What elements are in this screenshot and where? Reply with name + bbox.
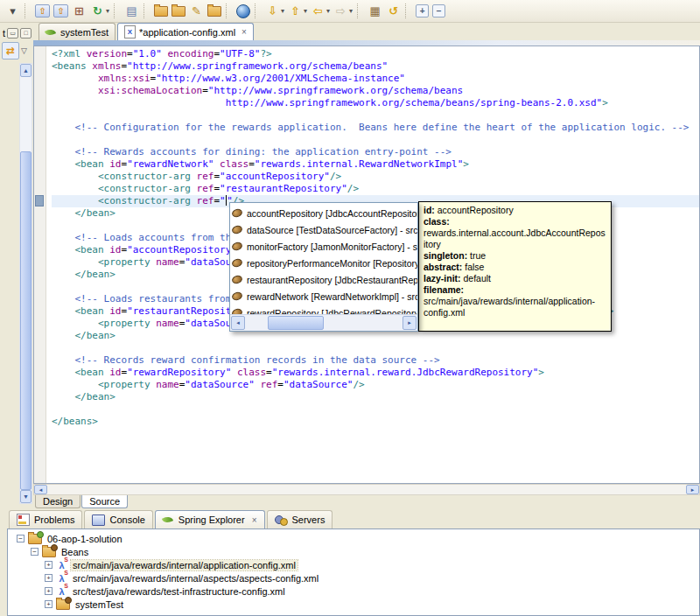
code-line[interactable]: <bean id="rewardNetwork" class="rewards.… — [52, 158, 699, 171]
view-menu-icon[interactable]: ▽ — [21, 46, 27, 55]
code-line[interactable]: <constructor-arg ref="restaurantReposito… — [52, 183, 699, 195]
synchronize-button[interactable]: ↺ — [384, 2, 402, 21]
code-line[interactable]: xmlns:xsi="http://www.w3.org/2001/XMLSch… — [52, 73, 699, 85]
open-resource-button[interactable] — [206, 2, 223, 21]
close-icon[interactable]: × — [252, 515, 257, 525]
editor-tab--application-config-xml[interactable]: *application-config.xml× — [117, 23, 254, 40]
code-line[interactable]: <beans xmlns="http://www.springframework… — [52, 60, 699, 73]
code-line[interactable] — [52, 109, 699, 122]
beans-tree: −06-aop-1-solution−Beans+src/main/java/r… — [8, 532, 699, 611]
code-line[interactable]: <!-- Rewards accounts for dining: the ap… — [52, 146, 699, 158]
tree-row[interactable]: −06-aop-1-solution — [8, 532, 699, 545]
expand-icon[interactable]: + — [45, 561, 52, 569]
scroll-left-icon[interactable]: ◂ — [34, 485, 47, 494]
code-token: "accountRepository" — [127, 244, 237, 256]
forward-button[interactable]: ⇨▾ — [332, 2, 354, 21]
tree-row[interactable]: +src/main/java/rewards/internal/applicat… — [8, 558, 699, 571]
tree-row[interactable]: +systemTest — [8, 598, 699, 611]
completion-item[interactable]: accountRepository [JdbcAccountRepository… — [232, 205, 417, 221]
bean-icon — [231, 224, 243, 234]
completion-item[interactable]: monitorFactory [JamonMonitorFactory] - s… — [232, 238, 417, 255]
project-icon — [28, 534, 42, 544]
code-line[interactable]: </beans> — [52, 416, 699, 428]
expand-icon[interactable]: + — [45, 587, 52, 595]
scroll-right-icon[interactable]: ▸ — [686, 485, 699, 494]
completion-item[interactable]: rewardNetwork [RewardNetworkImpl] - src/… — [232, 288, 417, 304]
code-line[interactable]: <constructor-arg ref="accountRepository"… — [52, 171, 699, 183]
collapse-icon[interactable]: − — [17, 535, 24, 542]
code-line[interactable]: http://www.springframework.org/schema/be… — [52, 97, 699, 109]
code-line[interactable]: <!-- Configuration for the rewards appli… — [52, 122, 699, 134]
export-wizard-button[interactable] — [170, 2, 187, 21]
code-token — [52, 244, 75, 256]
completion-item[interactable]: rewardRepository [JdbcRewardRepository] … — [232, 304, 417, 314]
maximize-view-button[interactable]: □ — [20, 28, 32, 38]
completion-item[interactable]: dataSource [TestDataSourceFactory] - src… — [232, 221, 417, 238]
expand-all-button[interactable]: + — [414, 2, 430, 21]
completion-item[interactable]: restaurantRepository [JdbcRestaurantRepo… — [232, 271, 417, 288]
overflow-chevron-button[interactable]: ▾ — [4, 2, 22, 21]
external-tools-button[interactable]: ▦ — [366, 2, 384, 21]
scroll-left-icon[interactable]: ◂ — [231, 316, 245, 330]
scrollbar-thumb[interactable] — [268, 316, 324, 330]
open-log-button[interactable]: ▤ — [122, 2, 141, 21]
scrollbar-track[interactable] — [20, 77, 32, 490]
code-token — [52, 318, 98, 329]
completion-item[interactable]: repositoryPerformanceMonitor [Repository… — [232, 255, 417, 271]
scroll-right-icon[interactable]: ▸ — [402, 316, 416, 330]
editor-tab-label: *application-config.xml — [139, 27, 235, 38]
scrollbar-track[interactable] — [47, 485, 686, 494]
new-wizard-button[interactable]: ⇧ — [33, 2, 52, 21]
tree-row[interactable]: −Beans — [8, 545, 699, 558]
go-into-button[interactable]: ⇧▾ — [286, 2, 309, 21]
code-line[interactable]: </bean> — [52, 330, 699, 342]
view-tab-spring-explorer[interactable]: Spring Explorer× — [155, 510, 265, 528]
import-wizard-button[interactable] — [152, 2, 170, 21]
collapse-all-button[interactable]: − — [430, 2, 447, 21]
link-with-editor-icon[interactable]: ⇄ — [2, 42, 19, 60]
code-line[interactable]: <property name="dataSource" ref="dataSou… — [52, 379, 699, 391]
code-line[interactable] — [52, 134, 699, 146]
code-line[interactable]: <bean id="rewardRepository" class="rewar… — [52, 367, 699, 379]
view-tab-console[interactable]: Console — [84, 510, 152, 528]
code-line[interactable]: xsi:schemaLocation="http://www.springfra… — [52, 85, 699, 97]
expand-icon[interactable]: + — [45, 600, 52, 608]
last-edit-location-button[interactable]: ⇩▾ — [263, 2, 286, 21]
web-browser-button[interactable] — [234, 2, 252, 21]
scrollbar-thumb[interactable] — [20, 151, 32, 490]
code-token — [52, 305, 75, 317]
code-line[interactable]: </bean> — [52, 391, 699, 403]
scrollbar-track[interactable] — [245, 316, 402, 330]
page-tab-design[interactable]: Design — [35, 495, 80, 508]
view-tab-problems[interactable]: Problems — [9, 510, 82, 528]
new-package-button[interactable]: ⊞ — [70, 2, 88, 21]
close-icon[interactable]: × — [242, 27, 247, 37]
code-line[interactable] — [52, 403, 699, 416]
new-wizard-alt-button[interactable]: ⇧ — [52, 2, 70, 21]
scroll-down-icon[interactable]: ▼ — [20, 490, 32, 503]
back-button[interactable]: ⇦▾ — [309, 2, 332, 21]
scroll-up-icon[interactable]: ▲ — [20, 64, 32, 77]
view-tab-servers[interactable]: Servers — [267, 510, 333, 528]
tree-row[interactable]: +src/main/java/rewards/internal/aspects/… — [8, 571, 699, 584]
editor-tab-systemTest[interactable]: systemTest — [38, 23, 116, 40]
code-token — [52, 379, 98, 390]
tree-item-label: Beans — [60, 547, 90, 557]
expand-icon[interactable]: + — [45, 574, 52, 582]
refresh-button[interactable]: ↻▾ — [88, 2, 111, 21]
page-tab-source[interactable]: Source — [81, 495, 128, 508]
mark-occurrences-button[interactable]: ✎ — [187, 2, 206, 21]
annotation-ruler[interactable] — [34, 46, 46, 483]
tree-row[interactable]: +src/test/java/rewards/test-infrastructu… — [8, 584, 699, 598]
code-line[interactable] — [52, 342, 699, 354]
collapsed-view-tab[interactable]: t — [3, 28, 5, 38]
code-token — [52, 207, 75, 219]
minimize-view-button[interactable]: ▭ — [7, 28, 18, 38]
bean-icon — [231, 290, 243, 301]
code-token: "http://www.springframework.org/schema/b… — [127, 60, 388, 72]
collapse-icon[interactable]: − — [31, 548, 38, 556]
code-line[interactable]: <!-- Records reward confirmation records… — [52, 354, 699, 367]
completion-label: monitorFactory [JamonMonitorFactory] - s… — [247, 242, 417, 252]
code-line[interactable]: <?xml version="1.0" encoding="UTF-8"?> — [52, 48, 699, 60]
code-token: <property — [98, 256, 156, 268]
